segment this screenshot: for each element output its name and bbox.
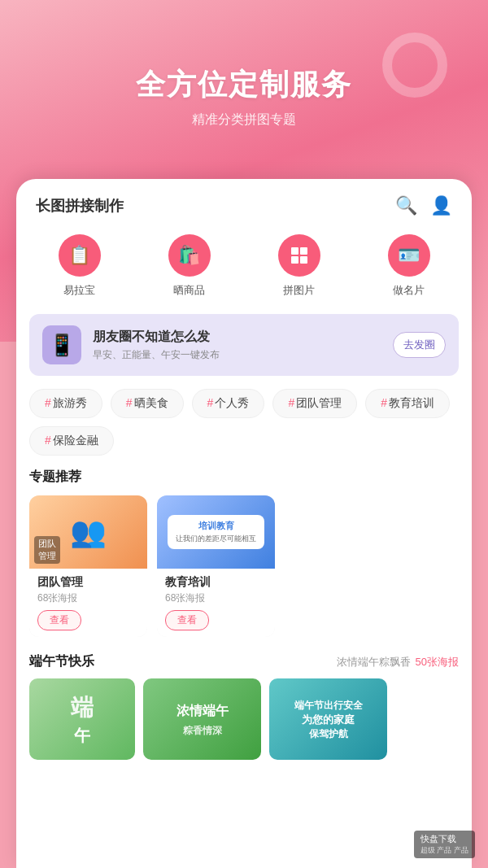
tag-3[interactable]: #团队管理 bbox=[272, 389, 357, 418]
festival-cards: 端 午 浓情端午 粽香情深 端午节出行安全 为您的家庭 保驾护航 bbox=[16, 678, 472, 760]
tag-4[interactable]: #教育培训 bbox=[365, 389, 450, 418]
festival-card-3[interactable]: 端午节出行安全 为您的家庭 保驾护航 bbox=[269, 678, 387, 760]
banner-title: 朋友圈不知道怎么发 bbox=[93, 329, 381, 346]
hero-subtitle: 精准分类拼图专题 bbox=[0, 111, 488, 129]
yilabao-label: 易拉宝 bbox=[63, 283, 95, 298]
festival-card-3-text: 端午节出行安全 为您的家庭 保驾护航 bbox=[288, 691, 369, 748]
yilabao-icon: 📋 bbox=[59, 234, 101, 277]
feature-card-edu-body: 教育培训 68张海报 查看 bbox=[157, 569, 275, 637]
tag-5[interactable]: #保险金融 bbox=[29, 426, 114, 456]
banner-text: 朋友圈不知道怎么发 早安、正能量、午安一键发布 bbox=[93, 329, 381, 362]
watermark-text: 快盘下载 bbox=[420, 833, 468, 845]
tag-2[interactable]: #个人秀 bbox=[192, 389, 265, 418]
feature-card-edu[interactable]: 培训教育 让我们的差距尽可能相互 教育培训 68张海报 查看 bbox=[157, 495, 275, 637]
pinjiguo-icon bbox=[278, 234, 320, 277]
action-yilabao[interactable]: 📋 易拉宝 bbox=[59, 234, 101, 298]
banner-button[interactable]: 去发圈 bbox=[393, 332, 446, 358]
search-icon[interactable]: 🔍 bbox=[395, 195, 417, 216]
svg-rect-2 bbox=[291, 256, 298, 264]
banner-icon: 📱 bbox=[42, 325, 81, 364]
svg-rect-0 bbox=[291, 247, 298, 255]
festival-card-1-text: 端 午 bbox=[71, 691, 94, 746]
feature-card-team[interactable]: 👥 团队管理 团队管理 68张海报 查看 bbox=[29, 495, 147, 637]
hero-title: 全方位定制服务 bbox=[0, 65, 488, 105]
festival-card-2-text: 浓情端午 粽香情深 bbox=[176, 701, 229, 738]
header-icons: 🔍 👤 bbox=[395, 195, 452, 216]
edu-card-title: 教育培训 bbox=[165, 575, 267, 590]
zuomingpian-label: 做名片 bbox=[393, 283, 425, 298]
card-header: 长图拼接制作 🔍 👤 bbox=[16, 179, 472, 226]
festival-section-header: 端午节快乐 浓情端午粽飘香 50张海报 bbox=[16, 653, 472, 670]
shanshangpin-label: 晒商品 bbox=[173, 283, 205, 298]
edu-card-btn[interactable]: 查看 bbox=[165, 610, 209, 630]
team-card-btn[interactable]: 查看 bbox=[37, 610, 81, 630]
main-card: 长图拼接制作 🔍 👤 📋 易拉宝 🛍️ 晒商品 bbox=[16, 179, 472, 868]
action-pinjiguo[interactable]: 拼图片 bbox=[278, 234, 320, 298]
action-shanshangpin[interactable]: 🛍️ 晒商品 bbox=[168, 234, 211, 298]
tag-0[interactable]: #旅游秀 bbox=[29, 389, 102, 418]
feature-card-team-image: 👥 团队管理 bbox=[29, 495, 147, 569]
festival-card-2[interactable]: 浓情端午 粽香情深 bbox=[143, 678, 261, 760]
user-icon[interactable]: 👤 bbox=[430, 195, 452, 216]
zuomingpian-icon: 🪪 bbox=[388, 234, 430, 277]
festival-subtitle: 浓情端午粽飘香 bbox=[337, 655, 411, 670]
festival-subtitle-row: 浓情端午粽飘香 50张海报 bbox=[337, 655, 459, 670]
pinjiguo-label: 拼图片 bbox=[283, 283, 315, 298]
action-zuomingpian[interactable]: 🪪 做名片 bbox=[388, 234, 430, 298]
svg-rect-1 bbox=[300, 247, 307, 255]
watermark-subtext: 超级 产品 产品 bbox=[420, 845, 468, 856]
festival-title: 端午节快乐 bbox=[29, 653, 94, 670]
festival-card-1[interactable]: 端 午 bbox=[29, 678, 135, 760]
card-content: 📋 易拉宝 🛍️ 晒商品 拼图片 🪪 bbox=[16, 226, 472, 868]
team-card-count: 68张海报 bbox=[37, 591, 139, 605]
featured-title: 专题推荐 bbox=[16, 469, 472, 486]
feature-card-team-body: 团队管理 68张海报 查看 bbox=[29, 569, 147, 637]
card-title: 长图拼接制作 bbox=[36, 196, 124, 216]
banner-desc: 早安、正能量、午安一键发布 bbox=[93, 348, 381, 362]
hero-section: 全方位定制服务 精准分类拼图专题 bbox=[0, 0, 488, 129]
promo-banner[interactable]: 📱 朋友圈不知道怎么发 早安、正能量、午安一键发布 去发圈 bbox=[29, 314, 459, 376]
watermark: 快盘下载 超级 产品 产品 bbox=[414, 831, 475, 858]
tag-1[interactable]: #晒美食 bbox=[111, 389, 184, 418]
shanshangpin-icon: 🛍️ bbox=[168, 234, 211, 277]
quick-actions: 📋 易拉宝 🛍️ 晒商品 拼图片 🪪 bbox=[16, 226, 472, 314]
feature-card-edu-image: 培训教育 让我们的差距尽可能相互 bbox=[157, 495, 275, 569]
team-img-label: 团队管理 bbox=[34, 536, 60, 564]
festival-count[interactable]: 50张海报 bbox=[416, 655, 459, 670]
team-card-title: 团队管理 bbox=[37, 575, 139, 590]
tags-container: #旅游秀 #晒美食 #个人秀 #团队管理 #教育培训 #保险金融 bbox=[16, 389, 472, 456]
feature-cards: 👥 团队管理 团队管理 68张海报 查看 培训教育 让我们的差距尽可能相互 bbox=[16, 495, 472, 637]
edu-card-count: 68张海报 bbox=[165, 591, 267, 605]
svg-rect-3 bbox=[300, 256, 307, 264]
